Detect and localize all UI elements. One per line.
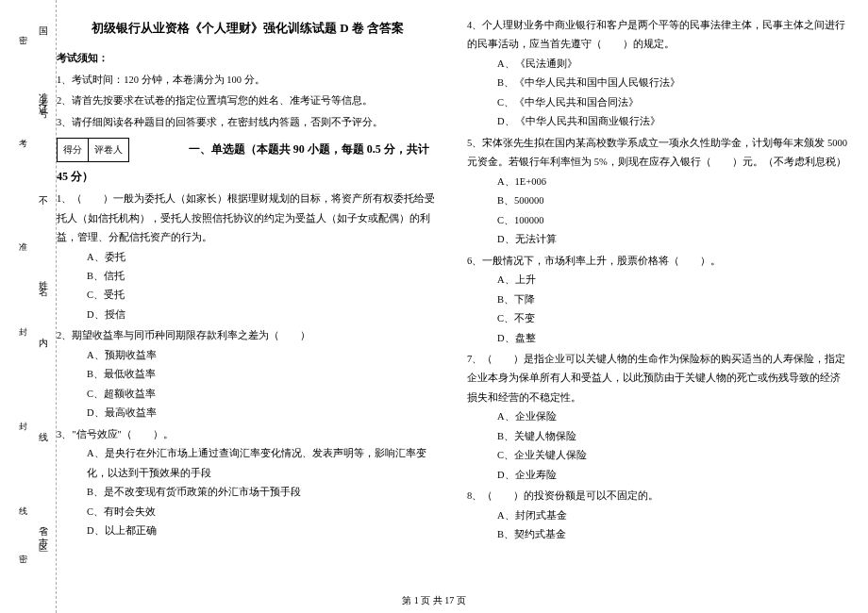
option: D、《中华人民共和国商业银行法》 — [467, 112, 849, 131]
option: D、授信 — [57, 306, 439, 324]
question-stem: 5、宋体张先生拟在国内某高校数学系成立一项永久性助学金，计划每年末颁发 5000… — [467, 134, 849, 173]
option: B、《中华人民共和国中国人民银行法》 — [467, 74, 849, 92]
option: A、1E+006 — [467, 173, 849, 191]
option: B、信托 — [57, 267, 439, 286]
question-stem: 8、（ ）的投资份额是可以不固定的。 — [467, 487, 849, 505]
binding-label: 准考证号 — [36, 85, 49, 108]
binding-label: 姓名 — [36, 273, 49, 285]
seal-label: 密 — [17, 28, 29, 34]
option: B、是不改变现有货币政策的外汇市场干预手段 — [57, 483, 439, 502]
left-column: 初级银行从业资格《个人理财》强化训练试题 D 卷 含答案 考试须知： 1、考试时… — [57, 14, 439, 589]
binding-label: 国 — [36, 19, 49, 25]
score-label: 得分 — [58, 139, 89, 161]
page-footer: 第 1 页 共 17 页 — [0, 594, 868, 607]
notice-item: 3、请仔细阅读各种题目的回答要求，在密封线内答题，否则不予评分。 — [57, 113, 439, 132]
option: D、盘整 — [467, 329, 849, 348]
seal-label: 密 — [17, 547, 29, 553]
question-stem: 7、（ ）是指企业可以关键人物的生命作为保险标的购买适当的人寿保险，指定企业本身… — [467, 350, 849, 407]
binding-label: 内 — [36, 330, 49, 336]
option: C、《中华人民共和国合同法》 — [467, 93, 849, 112]
seal-label: 封 — [17, 415, 29, 421]
grader-label: 评卷人 — [89, 139, 128, 161]
option: D、无法计算 — [467, 230, 849, 249]
question-stem: 6、一般情况下，市场利率上升，股票价格将（ ）。 — [467, 252, 849, 271]
question-stem: 3、"信号效应"（ ）。 — [57, 425, 439, 444]
binding-label: 省（市区） — [36, 519, 49, 547]
seal-label: 封 — [17, 321, 29, 326]
option: C、不变 — [467, 309, 849, 328]
option: A、是央行在外汇市场上通过查询汇率变化情况、发表声明等，影响汇率变化，以达到干预… — [57, 444, 439, 483]
question-stem: 1、（ ）一般为委托人（如家长）根据理财规划的目标，将资产所有权委托给受托人（如… — [57, 190, 439, 247]
page-body: 初级银行从业资格《个人理财》强化训练试题 D 卷 含答案 考试须知： 1、考试时… — [57, 14, 849, 589]
right-column: 4、个人理财业务中商业银行和客户是两个平等的民事法律主体，民事主体之间进行的民事… — [467, 14, 849, 589]
notice-header: 考试须知： — [57, 49, 439, 68]
option: A、委托 — [57, 248, 439, 267]
option: C、有时会失效 — [57, 503, 439, 522]
option: A、预期收益率 — [57, 346, 439, 365]
option: A、企业保险 — [467, 407, 849, 426]
option: B、关键人物保险 — [467, 427, 849, 446]
option: C、100000 — [467, 211, 849, 230]
option: C、受托 — [57, 286, 439, 305]
option: D、最高收益率 — [57, 404, 439, 422]
option: D、企业寿险 — [467, 466, 849, 485]
option: B、下降 — [467, 290, 849, 309]
option: A、《民法通则》 — [467, 55, 849, 74]
binding-strip: 国 准考证号 不 姓名 内 线 省（市区） 密 考 准 封 封 线 密 — [0, 0, 57, 613]
question-stem: 2、期望收益率与同币种同期限存款利率之差为（ ） — [57, 326, 439, 345]
option: A、上升 — [467, 271, 849, 290]
seal-label: 准 — [17, 236, 29, 241]
exam-title: 初级银行从业资格《个人理财》强化训练试题 D 卷 含答案 — [57, 16, 439, 40]
binding-label: 线 — [36, 424, 49, 430]
binding-label: 不 — [36, 189, 49, 194]
notice-item: 1、考试时间：120 分钟，本卷满分为 100 分。 — [57, 71, 439, 90]
option: C、超额收益率 — [57, 385, 439, 404]
option: B、最低收益率 — [57, 365, 439, 384]
option: D、以上都正确 — [57, 522, 439, 540]
option: B、契约式基金 — [467, 525, 849, 544]
seal-label: 考 — [17, 132, 29, 138]
option: C、企业关键人保险 — [467, 446, 849, 465]
option: B、500000 — [467, 191, 849, 210]
seal-label: 线 — [17, 500, 29, 505]
option: A、封闭式基金 — [467, 506, 849, 525]
notice-item: 2、请首先按要求在试卷的指定位置填写您的姓名、准考证号等信息。 — [57, 91, 439, 110]
question-stem: 4、个人理财业务中商业银行和客户是两个平等的民事法律主体，民事主体之间进行的民事… — [467, 16, 849, 55]
score-box: 得分 评卷人 — [57, 138, 129, 162]
